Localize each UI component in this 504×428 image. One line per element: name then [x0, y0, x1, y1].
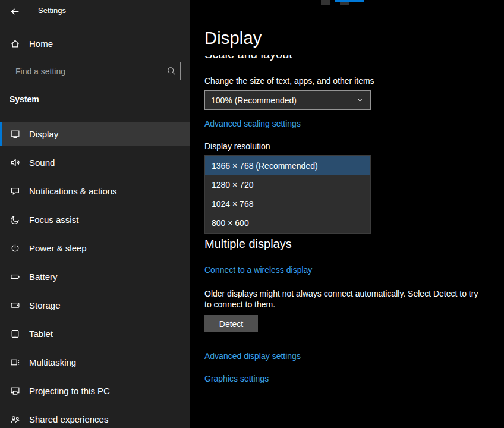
sidebar-item-label: Sound — [29, 158, 55, 168]
settings-window: Settings Home System — [0, 0, 504, 428]
projecting-icon — [10, 386, 20, 396]
chevron-down-icon — [355, 96, 364, 105]
advanced-scaling-link[interactable]: Advanced scaling settings — [204, 119, 301, 128]
sidebar-item-shared-experiences[interactable]: Shared experiences — [0, 407, 190, 428]
sidebar-item-label: Power & sleep — [29, 243, 87, 253]
display-settings-page: Scale and layout Display Change the size… — [190, 0, 504, 428]
sidebar-item-label: Notifications & actions — [29, 186, 117, 196]
sidebar-item-label: Focus assist — [29, 215, 78, 225]
resolution-label: Display resolution — [204, 141, 270, 151]
resolution-dropdown-list: 1366 × 768 (Recommended) 1280 × 720 1024… — [204, 155, 371, 234]
back-button[interactable] — [8, 5, 21, 18]
detect-button[interactable]: Detect — [204, 315, 258, 332]
sidebar: Settings Home System — [0, 0, 190, 428]
search-box — [10, 62, 181, 80]
scale-dropdown-value: 100% (Recommended) — [211, 96, 297, 105]
sidebar-item-tablet[interactable]: Tablet — [0, 322, 190, 345]
sidebar-item-multitasking[interactable]: Multitasking — [0, 350, 190, 374]
search-icon[interactable] — [166, 66, 177, 76]
sidebar-item-label: Battery — [29, 272, 58, 282]
window-title: Settings — [38, 6, 66, 15]
connect-wireless-display-link[interactable]: Connect to a wireless display — [204, 265, 312, 275]
sidebar-item-label: Tablet — [29, 329, 53, 339]
resolution-option-1024x768[interactable]: 1024 × 768 — [205, 194, 370, 213]
sidebar-item-sound[interactable]: Sound — [0, 150, 190, 174]
titlebar-accent-bar — [335, 0, 364, 2]
sidebar-item-label: Multitasking — [29, 357, 76, 367]
titlebar-artifact — [321, 0, 330, 5]
page-header: Display — [190, 0, 504, 55]
resolution-option-1280x720[interactable]: 1280 × 720 — [205, 175, 370, 194]
speaker-icon — [10, 158, 20, 168]
sidebar-item-home[interactable]: Home — [0, 32, 190, 55]
tablet-icon — [10, 329, 20, 339]
section-label-system: System — [10, 95, 39, 104]
sidebar-item-label: Display — [29, 129, 58, 139]
advanced-display-settings-link[interactable]: Advanced display settings — [204, 351, 301, 361]
sidebar-item-label: Shared experiences — [29, 414, 108, 424]
graphics-settings-link[interactable]: Graphics settings — [204, 374, 269, 383]
back-arrow-icon — [10, 7, 20, 17]
sidebar-item-battery[interactable]: Battery — [0, 265, 190, 288]
sidebar-item-label: Storage — [29, 300, 61, 310]
home-icon — [10, 39, 20, 49]
sidebar-item-projecting[interactable]: Projecting to this PC — [0, 379, 190, 402]
battery-icon — [10, 272, 20, 282]
resolution-option-800x600[interactable]: 800 × 600 — [205, 213, 370, 232]
system-nav: Display Sound Notifica — [0, 122, 190, 428]
sidebar-item-label: Home — [29, 39, 53, 49]
sidebar-item-display[interactable]: Display — [0, 122, 190, 146]
sidebar-item-focus-assist[interactable]: Focus assist — [0, 207, 190, 231]
selected-accent-bar — [0, 122, 2, 146]
moon-icon — [10, 215, 20, 225]
scale-dropdown[interactable]: 100% (Recommended) — [204, 90, 371, 110]
display-icon — [10, 129, 20, 139]
sidebar-item-power-sleep[interactable]: Power & sleep — [0, 236, 190, 260]
page-title: Display — [204, 29, 262, 48]
sidebar-item-notifications[interactable]: Notifications & actions — [0, 179, 190, 203]
shared-experiences-icon — [10, 414, 20, 424]
sidebar-item-storage[interactable]: Storage — [0, 293, 190, 317]
notifications-icon — [10, 186, 20, 196]
power-icon — [10, 243, 20, 253]
multiple-displays-heading: Multiple displays — [204, 237, 292, 251]
detect-description: Older displays might not always connect … — [204, 288, 484, 310]
multitasking-icon — [10, 357, 20, 367]
scale-size-label: Change the size of text, apps, and other… — [204, 76, 374, 86]
storage-icon — [10, 300, 20, 310]
resolution-option-1366x768[interactable]: 1366 × 768 (Recommended) — [205, 156, 370, 175]
search-input[interactable] — [10, 62, 181, 80]
sidebar-item-label: Projecting to this PC — [29, 386, 110, 396]
